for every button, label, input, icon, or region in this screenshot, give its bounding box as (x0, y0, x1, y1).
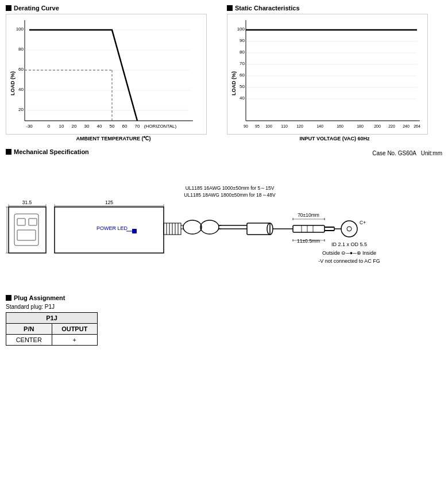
plug-title: Plug Assignment (6, 294, 442, 301)
mechanical-title-text: Mechanical Specification (14, 148, 89, 155)
svg-text:80: 80 (240, 49, 245, 55)
svg-text:0: 0 (48, 124, 51, 129)
static-title-icon (227, 5, 233, 11)
unit-label: Unit:mm (421, 150, 442, 156)
svg-rect-88 (247, 223, 270, 235)
svg-point-80 (183, 220, 202, 234)
plug-subtitle: Standard plug: P1J (6, 304, 442, 310)
plug-table-header: P1J (6, 313, 98, 324)
svg-text:180: 180 (357, 124, 364, 128)
svg-rect-59 (17, 218, 25, 225)
svg-text:120: 120 (296, 124, 303, 128)
svg-text:10: 10 (59, 124, 64, 129)
page: Derating Curve LOAD (%) 100 80 60 40 20 (0, 0, 448, 350)
svg-text:90: 90 (244, 124, 248, 128)
svg-rect-91 (293, 225, 325, 232)
svg-text:100: 100 (16, 26, 24, 32)
static-svg: LOAD (%) 100 90 80 70 60 50 40 (227, 14, 428, 135)
mechanical-diagram-svg: UL1185 16AWG 1000±50mm for 5～15V UL1185 … (6, 161, 442, 288)
svg-text:140: 140 (316, 124, 323, 128)
derating-title: Derating Curve (6, 5, 221, 12)
svg-text:30: 30 (84, 124, 90, 129)
svg-text:100: 100 (265, 124, 272, 128)
svg-rect-60 (29, 218, 37, 225)
plug-section: Plug Assignment Standard plug: P1J P1J P… (6, 294, 442, 346)
svg-text:95: 95 (255, 124, 260, 128)
case-number: Case No. GS60A (372, 150, 416, 156)
col1-header: P/N (6, 324, 52, 335)
svg-text:-30: -30 (26, 124, 33, 129)
dim-11: 11±0.5mm (297, 238, 320, 244)
svg-rect-61 (17, 230, 36, 240)
svg-text:264: 264 (414, 124, 420, 128)
mechanical-title-icon (6, 149, 11, 155)
plug-title-text: Plug Assignment (14, 294, 65, 301)
power-led-label: POWER LED (96, 225, 128, 231)
svg-point-81 (200, 220, 219, 234)
svg-text:110: 110 (281, 124, 288, 128)
svg-text:LOAD (%): LOAD (%) (10, 71, 16, 95)
svg-text:20: 20 (18, 107, 24, 112)
svg-text:20: 20 (72, 124, 77, 129)
static-chart-container: Static Characteristics LOAD (%) 100 90 8… (227, 5, 442, 141)
derating-title-icon (6, 5, 11, 11)
svg-text:220: 220 (388, 124, 395, 128)
svg-text:240: 240 (403, 124, 410, 128)
c-plus-label: C+ (360, 220, 366, 225)
dim-125: 125 (105, 200, 113, 205)
svg-rect-73 (132, 229, 137, 233)
svg-text:200: 200 (374, 124, 381, 128)
svg-point-98 (341, 221, 357, 237)
mechanical-title: Mechanical Specification (6, 148, 89, 155)
svg-text:40: 40 (18, 87, 24, 92)
static-title-text: Static Characteristics (235, 5, 300, 12)
col2-header: OUTPUT (52, 324, 98, 335)
svg-text:60: 60 (18, 67, 24, 72)
plug-table: P1J P/N OUTPUT CENTER+ (6, 312, 98, 346)
dim-70: 70±10mm (298, 212, 319, 218)
svg-text:90: 90 (240, 38, 245, 43)
svg-text:40: 40 (240, 95, 245, 101)
mechanical-header: Mechanical Specification Case No. GS60A … (6, 148, 442, 158)
derating-chart-container: Derating Curve LOAD (%) 100 80 60 40 20 (6, 5, 221, 141)
case-info: Case No. GS60A Unit:mm (372, 150, 442, 156)
derating-x-label: AMBIENT TEMPERATURE (℃) (6, 136, 221, 141)
svg-text:LOAD (%): LOAD (%) (231, 71, 237, 95)
svg-text:40: 40 (97, 124, 102, 129)
svg-text:70: 70 (135, 124, 140, 129)
static-chart-box: LOAD (%) 100 90 80 70 60 50 40 (227, 14, 428, 135)
plug-output: + (52, 335, 98, 346)
charts-row: Derating Curve LOAD (%) 100 80 60 40 20 (6, 5, 442, 141)
derating-svg: LOAD (%) 100 80 60 40 20 (6, 14, 207, 135)
svg-text:60: 60 (122, 124, 128, 129)
svg-text:(HORIZONTAL): (HORIZONTAL) (144, 124, 177, 129)
static-x-label: INPUT VOLTAGE (VAC) 60Hz (227, 136, 442, 141)
derating-chart-box: LOAD (%) 100 80 60 40 20 (6, 14, 207, 135)
plug-title-icon (6, 295, 11, 301)
plug-pn: CENTER (6, 335, 52, 346)
svg-text:80: 80 (18, 47, 24, 52)
polarity-label: Outside ⊖─●─⊕ Inside (322, 250, 376, 256)
derating-title-text: Derating Curve (14, 5, 59, 12)
svg-text:70: 70 (240, 61, 245, 66)
static-title: Static Characteristics (227, 5, 442, 12)
svg-text:60: 60 (240, 72, 245, 78)
wire-spec-1: UL1185 16AWG 1000±50mm for 5～15V (186, 185, 275, 191)
svg-text:50: 50 (240, 84, 245, 89)
svg-text:50: 50 (110, 124, 115, 129)
dim-31-5: 31.5 (22, 200, 32, 205)
mechanical-section: Mechanical Specification Case No. GS60A … (6, 148, 442, 288)
wire-spec-2: UL1185 18AWG 1800±50mm for 18～48V (184, 192, 276, 198)
svg-point-99 (347, 227, 352, 231)
svg-text:100: 100 (237, 26, 245, 32)
id-od-label: ID 2.1 x OD 5.5 (331, 241, 367, 247)
table-row: CENTER+ (6, 335, 98, 346)
mechanical-diagram: UL1185 16AWG 1000±50mm for 5～15V UL1185 … (6, 161, 442, 288)
svg-text:160: 160 (337, 124, 343, 128)
polarity-note: -V not connected to AC FG (318, 258, 380, 264)
